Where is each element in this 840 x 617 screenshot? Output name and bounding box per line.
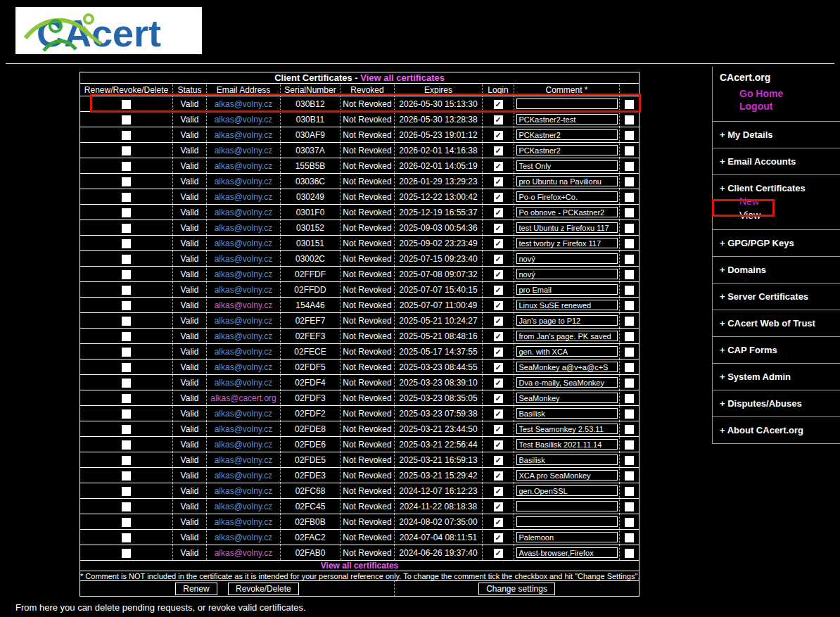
renew-revoke-delete-checkbox[interactable] (122, 487, 131, 496)
comment-input[interactable] (516, 207, 618, 217)
comment-input[interactable] (516, 253, 618, 264)
login-checkbox[interactable] (494, 425, 503, 434)
login-checkbox[interactable] (494, 348, 503, 357)
renew-revoke-delete-checkbox[interactable] (122, 100, 131, 109)
renew-revoke-delete-checkbox[interactable] (122, 348, 131, 357)
email-link[interactable]: alkas@volny.cz (215, 192, 273, 202)
renew-revoke-delete-checkbox[interactable] (122, 301, 131, 310)
login-checkbox[interactable] (494, 301, 503, 310)
sidebar-section-gpg-pgp-keys[interactable]: + GPG/PGP Keys (720, 238, 840, 248)
login-checkbox[interactable] (494, 270, 503, 279)
login-checkbox[interactable] (494, 224, 503, 233)
renew-revoke-delete-checkbox[interactable] (122, 255, 131, 264)
comment-input[interactable] (516, 191, 618, 202)
renew-revoke-delete-checkbox[interactable] (122, 286, 131, 295)
sidebar-section-server-certificates[interactable]: + Server Certificates (720, 291, 840, 302)
comment-change-checkbox[interactable] (625, 332, 634, 341)
renew-revoke-delete-checkbox[interactable] (122, 208, 131, 217)
comment-input[interactable] (516, 300, 618, 310)
comment-input[interactable] (516, 424, 618, 434)
renew-revoke-delete-checkbox[interactable] (122, 456, 131, 465)
email-link[interactable]: alkas@volny.cz (215, 517, 273, 527)
login-checkbox[interactable] (494, 317, 503, 326)
sidebar-section-disputes-abuses[interactable]: + Disputes/Abuses (720, 398, 840, 409)
comment-input[interactable] (516, 377, 618, 388)
login-checkbox[interactable] (494, 549, 503, 558)
renew-revoke-delete-checkbox[interactable] (122, 270, 131, 279)
comment-input[interactable] (516, 114, 618, 125)
comment-change-checkbox[interactable] (625, 549, 634, 558)
comment-change-checkbox[interactable] (625, 348, 634, 357)
email-link[interactable]: alkas@volny.cz (215, 502, 273, 511)
sidebar-link-go-home[interactable]: Go Home (739, 87, 840, 100)
renew-revoke-delete-checkbox[interactable] (122, 363, 131, 372)
comment-input[interactable] (516, 269, 618, 279)
comment-change-checkbox[interactable] (625, 255, 634, 264)
comment-change-checkbox[interactable] (625, 146, 634, 155)
sidebar-item-new[interactable]: New (739, 196, 840, 208)
email-link[interactable]: alkas@volny.cz (215, 548, 273, 558)
login-checkbox[interactable] (494, 115, 503, 125)
login-checkbox[interactable] (494, 177, 503, 186)
comment-input[interactable] (516, 331, 618, 341)
login-checkbox[interactable] (494, 193, 503, 202)
email-link[interactable]: alkas@volny.cz (215, 486, 273, 496)
renew-revoke-delete-checkbox[interactable] (122, 224, 131, 233)
comment-input[interactable] (516, 129, 618, 140)
login-checkbox[interactable] (494, 533, 503, 542)
renew-revoke-delete-checkbox[interactable] (122, 533, 131, 542)
email-link[interactable]: alkas@volny.cz (215, 409, 273, 419)
comment-input[interactable] (516, 393, 618, 403)
sidebar-section-system-admin[interactable]: + System Admin (720, 371, 840, 382)
login-checkbox[interactable] (494, 502, 503, 511)
renew-revoke-delete-checkbox[interactable] (122, 549, 131, 558)
comment-input[interactable] (516, 315, 618, 326)
email-link[interactable]: alkas@volny.cz (215, 362, 273, 372)
sidebar-section-cap-forms[interactable]: + CAP Forms (720, 345, 840, 355)
comment-input[interactable] (516, 238, 618, 248)
email-link[interactable]: alkas@volny.cz (215, 238, 273, 248)
login-checkbox[interactable] (494, 394, 503, 403)
login-checkbox[interactable] (494, 131, 503, 140)
comment-change-checkbox[interactable] (625, 270, 634, 279)
comment-change-checkbox[interactable] (625, 193, 634, 202)
login-checkbox[interactable] (494, 456, 503, 465)
sidebar-section-my-details[interactable]: + My Details (720, 129, 840, 140)
email-link[interactable]: alkas@volny.cz (215, 161, 273, 171)
comment-change-checkbox[interactable] (625, 317, 634, 326)
email-link[interactable]: alkas@volny.cz (215, 208, 273, 217)
comment-input[interactable] (516, 516, 618, 527)
comment-input[interactable] (516, 408, 618, 419)
comment-input[interactable] (516, 145, 618, 155)
renew-revoke-delete-checkbox[interactable] (122, 193, 131, 202)
comment-input[interactable] (516, 547, 618, 558)
login-checkbox[interactable] (494, 146, 503, 155)
login-checkbox[interactable] (494, 208, 503, 217)
email-link[interactable]: alkas@volny.cz (215, 177, 273, 186)
comment-input[interactable] (516, 362, 618, 372)
renew-revoke-delete-checkbox[interactable] (122, 146, 131, 155)
comment-change-checkbox[interactable] (625, 502, 634, 511)
renew-revoke-delete-checkbox[interactable] (122, 518, 131, 527)
login-checkbox[interactable] (494, 363, 503, 372)
comment-input[interactable] (516, 532, 618, 542)
renew-revoke-delete-checkbox[interactable] (122, 471, 131, 481)
comment-input[interactable] (516, 439, 618, 450)
comment-change-checkbox[interactable] (625, 456, 634, 465)
sidebar-section-cacert-web-of-trust[interactable]: + CAcert Web of Trust (720, 318, 840, 329)
comment-change-checkbox[interactable] (625, 425, 634, 434)
email-link[interactable]: alkas@volny.cz (215, 269, 273, 279)
comment-change-checkbox[interactable] (625, 363, 634, 372)
renew-button[interactable]: Renew (175, 583, 217, 595)
view-all-certificates-footer-link[interactable]: View all certificates (321, 561, 399, 571)
email-link[interactable]: alkas@volny.cz (215, 115, 273, 125)
comment-change-checkbox[interactable] (625, 440, 634, 450)
sidebar-section-about-cacert-org[interactable]: + About CAcert.org (720, 425, 840, 435)
renew-revoke-delete-checkbox[interactable] (122, 239, 131, 248)
login-checkbox[interactable] (494, 379, 503, 388)
login-checkbox[interactable] (494, 286, 503, 295)
email-link[interactable]: alkas@volny.cz (215, 316, 273, 326)
email-link[interactable]: alkas@volny.cz (215, 455, 273, 465)
comment-input[interactable] (516, 454, 618, 465)
email-link[interactable]: alkas@volny.cz (215, 378, 273, 388)
